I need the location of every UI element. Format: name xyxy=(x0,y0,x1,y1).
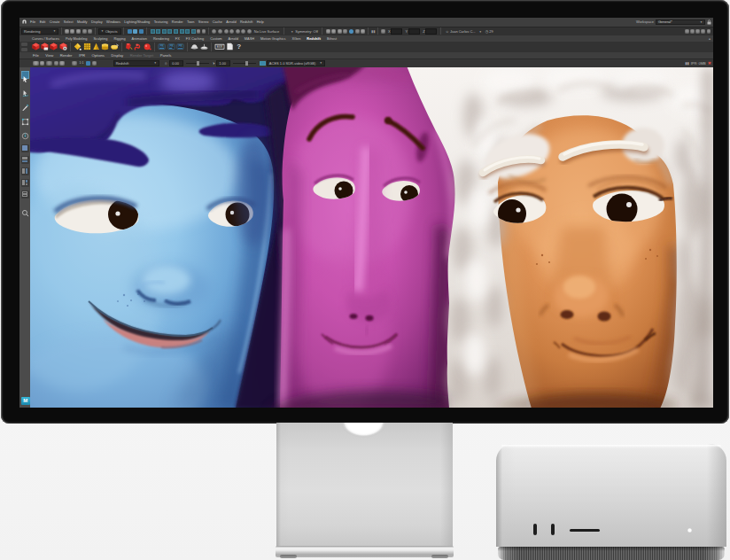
svg-text:EXR: EXR xyxy=(217,45,223,49)
